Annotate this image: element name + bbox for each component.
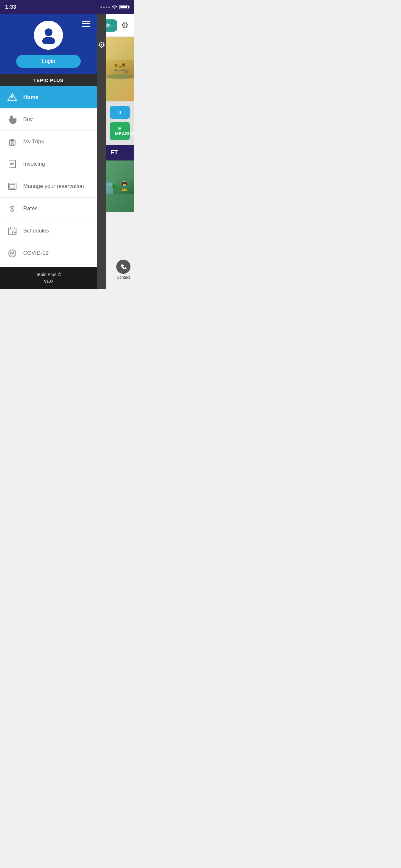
phone-icon bbox=[120, 263, 127, 271]
svg-rect-11 bbox=[10, 184, 15, 188]
svg-rect-9 bbox=[9, 160, 16, 168]
svg-rect-39 bbox=[109, 183, 110, 185]
svg-point-31 bbox=[119, 66, 121, 68]
sidebar: Login TEPIC PLUS Home bbox=[0, 14, 97, 289]
sidebar-item-home[interactable]: Home bbox=[0, 86, 97, 108]
settings-icon-small[interactable]: ⚙ bbox=[98, 40, 105, 50]
hamburger-button[interactable] bbox=[81, 20, 92, 28]
contact-phone-circle[interactable] bbox=[116, 259, 130, 274]
hero-section bbox=[106, 37, 134, 101]
promo-button-green[interactable]: E MEASURE bbox=[110, 122, 130, 140]
hero-image bbox=[106, 37, 134, 101]
svg-text:$: $ bbox=[10, 205, 14, 213]
wifi-icon bbox=[112, 5, 118, 9]
sidebar-item-covid19[interactable]: COVID-19 bbox=[0, 242, 97, 265]
my-trips-label: My Trips bbox=[23, 138, 44, 145]
status-bar: 1:33 bbox=[0, 0, 134, 14]
svg-point-22 bbox=[10, 252, 11, 253]
svg-point-0 bbox=[44, 28, 52, 36]
status-icons bbox=[100, 5, 128, 9]
schedules-icon bbox=[8, 227, 17, 235]
status-time: 1:33 bbox=[5, 4, 16, 10]
main-settings-button[interactable]: ⚙ bbox=[121, 20, 128, 30]
tepic-logo-icon bbox=[6, 92, 18, 102]
invoice-icon bbox=[8, 160, 16, 168]
sidebar-login-button[interactable]: Login bbox=[16, 55, 81, 68]
promo-section: !! E MEASURE bbox=[106, 101, 134, 145]
dollar-icon: $ bbox=[9, 205, 16, 213]
sidebar-item-schedules[interactable]: Schedules bbox=[0, 220, 97, 242]
dim-panel: ⚙ bbox=[97, 14, 106, 289]
signal-dots bbox=[100, 6, 110, 8]
dark-section-text: ET bbox=[111, 149, 118, 156]
promo-button-blue[interactable]: !! bbox=[110, 106, 130, 119]
footer-text: Tepic Plus ©v1.0 bbox=[36, 272, 61, 284]
svg-point-23 bbox=[13, 252, 14, 253]
luggage-icon bbox=[8, 137, 17, 146]
main-topbar: Login ⚙ bbox=[106, 14, 134, 37]
svg-point-33 bbox=[127, 69, 129, 71]
sidebar-item-buy[interactable]: Buy bbox=[0, 108, 97, 131]
dark-section: ET bbox=[106, 145, 134, 160]
svg-point-1 bbox=[42, 37, 55, 44]
contact-bottom[interactable]: Contact bbox=[116, 259, 130, 280]
sidebar-header: Login bbox=[0, 14, 97, 74]
hand-icon bbox=[8, 115, 17, 124]
svg-point-42 bbox=[114, 184, 118, 190]
reservation-icon bbox=[8, 183, 17, 190]
sidebar-item-travel-trips[interactable]: ? Travel Trips bbox=[0, 265, 97, 267]
svg-rect-38 bbox=[107, 183, 108, 185]
svg-point-3 bbox=[11, 96, 13, 98]
invoicing-label: Invoicing bbox=[23, 161, 45, 167]
sidebar-item-rates[interactable]: $ Rates bbox=[0, 197, 97, 220]
svg-rect-40 bbox=[111, 183, 112, 185]
sidebar-item-manage-reservation[interactable]: Manage your reservation bbox=[0, 175, 97, 197]
covid-icon bbox=[8, 249, 17, 257]
tepic-plus-label: TEPIC PLUS bbox=[0, 74, 97, 86]
svg-point-29 bbox=[115, 64, 118, 67]
rates-label: Rates bbox=[23, 206, 37, 212]
schedules-label: Schedules bbox=[23, 228, 49, 234]
woman-image bbox=[106, 160, 134, 212]
main-content: Login ⚙ bbox=[106, 14, 134, 289]
sidebar-footer: Tepic Plus ©v1.0 bbox=[0, 267, 97, 289]
buy-label: Buy bbox=[23, 116, 33, 123]
nav-list: Home Buy bbox=[0, 86, 97, 267]
home-label: Home bbox=[23, 94, 38, 100]
manage-reservation-label: Manage your reservation bbox=[23, 183, 84, 190]
sidebar-item-invoicing[interactable]: Invoicing bbox=[0, 153, 97, 175]
person-icon bbox=[40, 27, 58, 44]
svg-point-30 bbox=[122, 63, 125, 66]
app-container: Login TEPIC PLUS Home bbox=[0, 14, 134, 289]
woman-section bbox=[106, 160, 134, 212]
svg-point-34 bbox=[107, 73, 133, 79]
battery-icon bbox=[120, 5, 128, 9]
sidebar-item-my-trips[interactable]: My Trips bbox=[0, 131, 97, 153]
avatar bbox=[34, 21, 63, 50]
covid19-label: COVID-19 bbox=[23, 250, 49, 256]
main-login-button[interactable]: Login bbox=[106, 20, 117, 32]
contact-bottom-label: Contact bbox=[117, 275, 130, 280]
